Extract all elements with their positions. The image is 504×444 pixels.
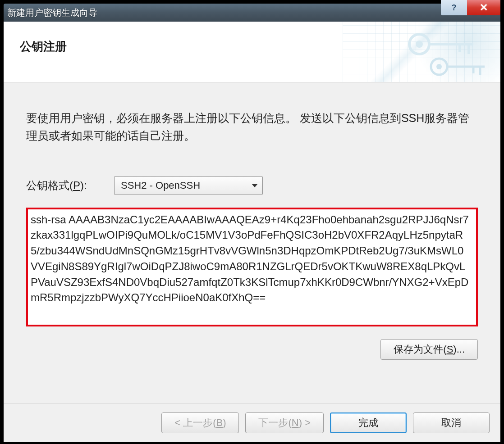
cancel-button[interactable]: 取消 [413, 412, 490, 433]
titlebar-controls: ? ✕ [441, 0, 500, 15]
close-icon: ✕ [480, 2, 488, 14]
page-title: 公钥注册 [20, 39, 67, 54]
window-title: 新建用户密钥生成向导 [7, 7, 97, 19]
footer-buttons: < 上一步(B) 下一步(N) > 完成 取消 [4, 403, 500, 442]
instruction-text: 要使用用户密钥，必须在服务器上注册以下公钥信息。 发送以下公钥信息到SSH服务器… [26, 109, 478, 145]
key-icon [406, 31, 482, 58]
titlebar: 新建用户密钥生成向导 ? ✕ [4, 4, 500, 22]
help-icon: ? [452, 3, 457, 13]
format-label: 公钥格式(P): [26, 178, 114, 193]
chevron-down-icon [252, 184, 258, 187]
svg-point-6 [436, 64, 442, 69]
key-icon [428, 55, 491, 78]
next-button[interactable]: 下一步(N) > [245, 412, 324, 433]
content-area: 要使用用户密钥，必须在服务器上注册以下公钥信息。 发送以下公钥信息到SSH服务器… [4, 82, 500, 442]
format-combobox[interactable]: SSH2 - OpenSSH [114, 176, 263, 195]
close-button[interactable]: ✕ [467, 0, 500, 15]
help-button[interactable]: ? [441, 0, 467, 15]
public-key-highlight [26, 208, 478, 326]
format-value: SSH2 - OpenSSH [121, 180, 200, 191]
format-row: 公钥格式(P): SSH2 - OpenSSH [26, 176, 478, 195]
main-area: 要使用用户密钥，必须在服务器上注册以下公钥信息。 发送以下公钥信息到SSH服务器… [4, 82, 500, 403]
svg-point-1 [416, 41, 423, 48]
finish-button[interactable]: 完成 [330, 412, 407, 433]
save-as-file-button[interactable]: 保存为文件(S)... [380, 339, 478, 360]
public-key-textarea[interactable] [28, 209, 476, 323]
save-row: 保存为文件(S)... [26, 339, 478, 360]
back-button[interactable]: < 上一步(B) [161, 412, 239, 433]
wizard-window: 新建用户密钥生成向导 ? ✕ 公钥注册 [0, 0, 504, 444]
header-decoration [343, 22, 500, 82]
header-panel: 公钥注册 [4, 22, 500, 82]
